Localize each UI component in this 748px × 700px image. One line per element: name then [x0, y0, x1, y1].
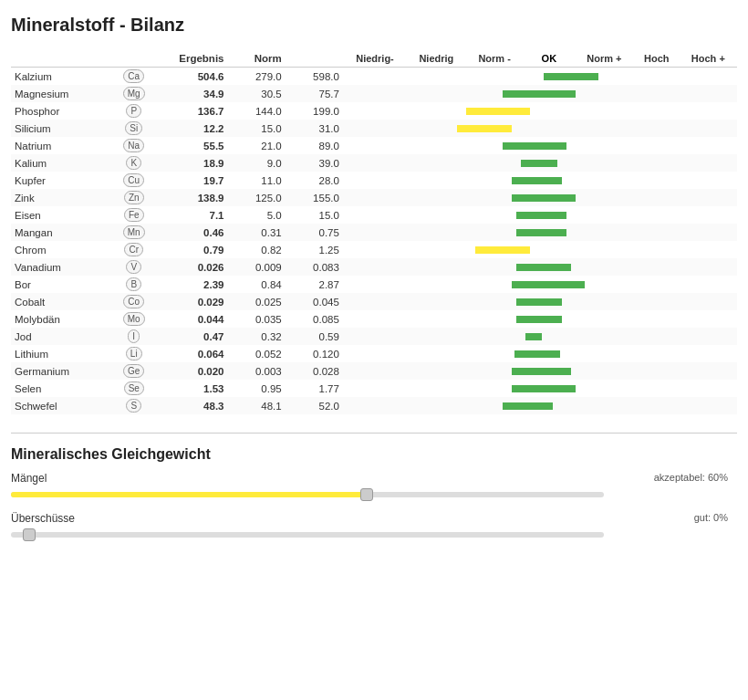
mineral-name-cell: Kalzium	[11, 68, 113, 86]
norm2-cell: 28.0	[286, 172, 343, 189]
table-row: SelenSe1.530.951.77	[11, 380, 737, 397]
ueberschuesse-right-label: gut: 0%	[694, 512, 728, 525]
mineral-name-cell: Eisen	[11, 206, 113, 224]
page-title: Mineralstoff - Bilanz	[11, 15, 737, 36]
mineral-symbol-cell: Fe	[113, 206, 154, 224]
mineral-name-cell: Silicium	[11, 120, 113, 137]
chart-cell	[343, 224, 737, 241]
mineral-symbol-cell: Mn	[113, 224, 154, 241]
mineral-symbol-cell: V	[113, 258, 154, 276]
mineral-name-cell: Vanadium	[11, 258, 113, 276]
chart-cell	[343, 345, 737, 362]
mineral-symbol-cell: Mg	[113, 85, 154, 102]
table-row: MolybdänMo0.0440.0350.085	[11, 310, 737, 328]
chart-cell	[343, 397, 737, 414]
norm1-cell: 5.0	[228, 206, 286, 224]
norm2-cell: 0.028	[286, 362, 343, 380]
norm2-cell: 0.120	[286, 345, 343, 362]
ergebnis-cell: 34.9	[154, 85, 227, 102]
ergebnis-cell: 0.029	[154, 293, 227, 310]
norm1-cell: 0.052	[228, 345, 286, 362]
chart-cell	[343, 380, 737, 397]
chart-cell	[343, 137, 737, 154]
chart-cell	[343, 189, 737, 206]
norm2-cell: 39.0	[286, 154, 343, 172]
table-row: EisenFe7.15.015.0	[11, 206, 737, 224]
mineral-name-cell: Selen	[11, 380, 113, 397]
norm2-cell: 15.0	[286, 206, 343, 224]
chart-cell	[343, 258, 737, 276]
mineral-name-cell: Kalium	[11, 154, 113, 172]
ergebnis-cell: 504.6	[154, 68, 227, 86]
mineral-symbol-cell: I	[113, 328, 154, 345]
norm2-cell: 0.085	[286, 310, 343, 328]
table-row: PhosphorP136.7144.0199.0	[11, 102, 737, 120]
maengel-label: Mängel	[11, 472, 47, 485]
norm1-cell: 30.5	[228, 85, 286, 102]
ergebnis-cell: 0.064	[154, 345, 227, 362]
chart-cell	[343, 328, 737, 345]
table-row: MagnesiumMg34.930.575.7	[11, 85, 737, 102]
mineral-symbol-cell: Na	[113, 137, 154, 154]
table-row: ZinkZn138.9125.0155.0	[11, 189, 737, 206]
table-row: ManganMn0.460.310.75	[11, 224, 737, 241]
maengel-slider-thumb[interactable]	[360, 488, 373, 501]
mineral-name-cell: Germanium	[11, 362, 113, 380]
mineral-symbol-cell: Li	[113, 345, 154, 362]
col-header-norm2	[286, 50, 343, 68]
maengel-slider-row	[11, 488, 737, 501]
maengel-label-row: Mängel akzeptabel: 60%	[11, 472, 737, 485]
mineral-symbol-cell: S	[113, 397, 154, 414]
table-row: KaliumK18.99.039.0	[11, 154, 737, 172]
table-row: VanadiumV0.0260.0090.083	[11, 258, 737, 276]
mineral-symbol-cell: Ca	[113, 68, 154, 86]
mineral-symbol-cell: Si	[113, 120, 154, 137]
ergebnis-cell: 18.9	[154, 154, 227, 172]
norm2-cell: 1.77	[286, 380, 343, 397]
ueberschuesse-slider-track[interactable]	[11, 532, 604, 538]
norm1-cell: 0.025	[228, 293, 286, 310]
chart-cell	[343, 241, 737, 258]
mineral-symbol-cell: P	[113, 102, 154, 120]
mineral-symbol-cell: Zn	[113, 189, 154, 206]
norm2-cell: 1.25	[286, 241, 343, 258]
mineral-symbol-cell: Ge	[113, 362, 154, 380]
ueberschuesse-label-row: Überschüsse gut: 0%	[11, 512, 737, 525]
chart-cell	[343, 85, 737, 102]
norm1-cell: 0.009	[228, 258, 286, 276]
table-row: SchwefelS48.348.152.0	[11, 397, 737, 414]
maengel-right-label: akzeptabel: 60%	[654, 472, 728, 485]
mineral-symbol-cell: Co	[113, 293, 154, 310]
mineral-name-cell: Cobalt	[11, 293, 113, 310]
ueberschuesse-slider-row	[11, 528, 737, 541]
chart-cell	[343, 206, 737, 224]
col-header-hoch-plus: Hoch +	[680, 50, 737, 68]
table-row: BorB2.390.842.87	[11, 276, 737, 293]
mineral-symbol-cell: K	[113, 154, 154, 172]
col-header-norm: Norm	[228, 50, 286, 68]
mineral-name-cell: Chrom	[11, 241, 113, 258]
chart-cell	[343, 68, 737, 86]
mineral-name-cell: Phosphor	[11, 102, 113, 120]
ergebnis-cell: 0.044	[154, 310, 227, 328]
ueberschuesse-slider-thumb[interactable]	[23, 528, 36, 541]
norm1-cell: 0.32	[228, 328, 286, 345]
table-row: LithiumLi0.0640.0520.120	[11, 345, 737, 362]
norm1-cell: 0.035	[228, 310, 286, 328]
mineral-symbol-cell: Mo	[113, 310, 154, 328]
ergebnis-cell: 138.9	[154, 189, 227, 206]
table-row: SiliciumSi12.215.031.0	[11, 120, 737, 137]
mineral-name-cell: Kupfer	[11, 172, 113, 189]
norm1-cell: 9.0	[228, 154, 286, 172]
chart-cell	[343, 120, 737, 137]
maengel-slider-track[interactable]	[11, 492, 604, 497]
ergebnis-cell: 0.020	[154, 362, 227, 380]
norm2-cell: 199.0	[286, 102, 343, 120]
col-header-hoch: Hoch	[634, 50, 680, 68]
ergebnis-cell: 19.7	[154, 172, 227, 189]
mineral-name-cell: Magnesium	[11, 85, 113, 102]
mineral-name-cell: Bor	[11, 276, 113, 293]
table-row: KupferCu19.711.028.0	[11, 172, 737, 189]
mineral-name-cell: Mangan	[11, 224, 113, 241]
norm1-cell: 15.0	[228, 120, 286, 137]
